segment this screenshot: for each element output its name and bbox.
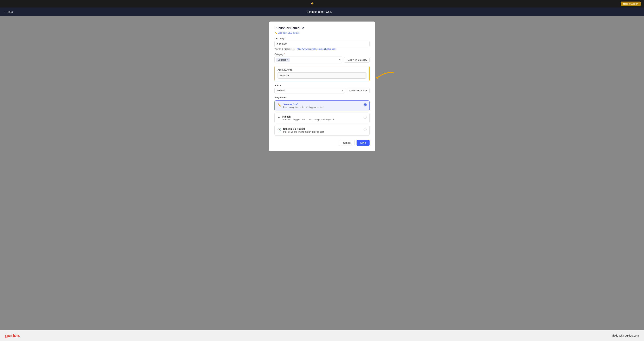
author-row: Michael ▾ + Add New Author (274, 88, 370, 93)
lightning-icon: ⚡ (310, 2, 314, 6)
required-indicator: * (284, 53, 285, 55)
schedule-icon: 🕐 (277, 128, 281, 132)
remove-tag-button[interactable]: ✕ (286, 59, 288, 61)
draft-content: Save as Draft Keep saving the version of… (283, 103, 362, 108)
arrow-annotation (372, 69, 396, 83)
section-title: Publish or Schedule (274, 26, 370, 30)
keywords-input[interactable] (278, 72, 366, 79)
status-option-publish[interactable]: ➤ Publish Publish the blog post with con… (274, 113, 370, 123)
required-indicator: * (284, 37, 285, 40)
schedule-title: Schedule & Publish (283, 128, 362, 130)
back-button[interactable]: ← Back (4, 10, 13, 13)
add-category-button[interactable]: + Add New Category (344, 57, 370, 62)
back-label: Back (8, 10, 13, 13)
status-option-draft[interactable]: ✏️ Save as Draft Keep saving the version… (274, 100, 370, 111)
cancel-button[interactable]: Cancel (339, 140, 354, 146)
support-button[interactable]: topline Support (621, 1, 640, 6)
category-tag: Updates ✕ (276, 58, 290, 62)
author-field: Author Michael ▾ + Add New Author (274, 84, 370, 93)
blog-status-field: Blog Status * ✏️ Save as Draft Keep savi… (274, 96, 370, 136)
add-author-button[interactable]: + Add New Author (346, 88, 370, 93)
publish-icon: ➤ (277, 115, 280, 119)
radio-dot (364, 104, 366, 106)
chevron-down-icon: ▾ (339, 59, 340, 61)
blog-status-label: Blog Status * (274, 96, 370, 99)
top-bar-center: ⚡ (310, 2, 314, 6)
draft-icon: ✏️ (277, 103, 281, 107)
author-select[interactable]: Michael ▾ (274, 88, 345, 93)
bottom-bar: guidde. Made with guidde.com (0, 330, 644, 341)
url-hint: Your URL will look like: - https://www.e… (274, 48, 370, 50)
category-select[interactable]: Updates ✕ ▾ (274, 56, 342, 63)
schedule-desc: Pick a date and time to publish this blo… (283, 131, 362, 133)
nav-bar: ← Back Example Blog - Copy (0, 7, 644, 16)
schedule-radio[interactable] (364, 128, 367, 131)
draft-title: Save as Draft (283, 103, 362, 106)
draft-radio[interactable] (364, 103, 367, 106)
back-arrow-icon: ← (4, 10, 6, 13)
draft-desc: Keep saving the version of blog post con… (283, 106, 362, 108)
keywords-section: Add Keywords (274, 66, 370, 81)
action-row: Cancel Save (274, 140, 370, 146)
required-indicator: * (286, 96, 287, 99)
top-bar: ⚡ topline Support (0, 0, 644, 7)
page-title: Example Blog - Copy (13, 10, 626, 13)
pencil-icon: ✏️ (274, 32, 277, 34)
main-area: Publish or Schedule ✏️ Blog post SEO det… (0, 16, 644, 330)
status-option-schedule[interactable]: 🕐 Schedule & Publish Pick a date and tim… (274, 125, 370, 136)
made-with-text: Made with guidde.com (612, 334, 639, 337)
publish-desc: Publish the blog post with content, cate… (282, 118, 362, 121)
seo-link-text: Blog post SEO details (278, 32, 300, 34)
url-slug-input[interactable] (274, 41, 370, 47)
chevron-down-icon: ▾ (342, 89, 343, 92)
category-label: Category * (274, 53, 370, 55)
publish-content: Publish Publish the blog post with conte… (282, 115, 362, 121)
author-value: Michael (277, 89, 342, 92)
save-button[interactable]: Save (356, 140, 370, 146)
schedule-content: Schedule & Publish Pick a date and time … (283, 128, 362, 133)
publish-title: Publish (282, 115, 362, 118)
publish-radio[interactable] (364, 116, 367, 119)
url-link[interactable]: https://www.example.com/blog/b/blog-post (297, 48, 336, 50)
url-slug-field: URL Slug * Your URL will look like: - ht… (274, 37, 370, 50)
form-container: Publish or Schedule ✏️ Blog post SEO det… (269, 21, 375, 151)
keywords-label: Add Keywords (278, 68, 366, 71)
guidde-logo: guidde. (5, 333, 20, 338)
seo-details-link[interactable]: ✏️ Blog post SEO details (274, 32, 370, 34)
author-label: Author (274, 84, 370, 87)
svg-marker-0 (376, 77, 378, 79)
category-row: Updates ✕ ▾ + Add New Category (274, 56, 370, 63)
url-slug-label: URL Slug * (274, 37, 370, 40)
category-field: Category * Updates ✕ ▾ + Add New Categor… (274, 53, 370, 63)
